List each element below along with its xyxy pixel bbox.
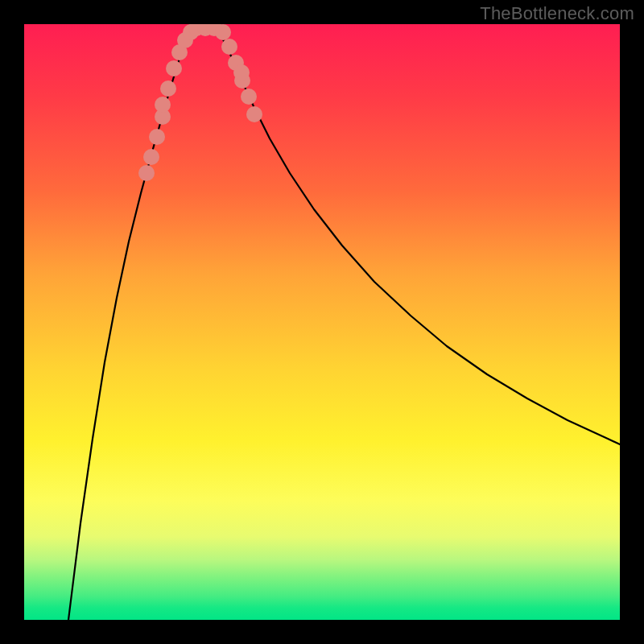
scatter-dot <box>233 64 250 80</box>
curve-right-branch <box>216 28 620 444</box>
scatter-dot <box>138 165 155 181</box>
scatter-dot <box>221 39 237 55</box>
plot-area <box>24 24 620 620</box>
scatter-dot <box>143 149 159 165</box>
scatter-dot <box>246 106 262 122</box>
curve-left-branch <box>68 28 194 620</box>
scatter-dot <box>149 129 165 145</box>
scatter-dot <box>241 89 257 105</box>
scatter-dot <box>215 24 231 40</box>
scatter-dot <box>160 80 176 97</box>
watermark-label: TheBottleneck.com <box>480 3 634 24</box>
chart-svg <box>24 24 620 620</box>
scatter-dot <box>166 60 182 76</box>
scatter-dot <box>155 97 171 113</box>
scatter-dots <box>138 24 262 181</box>
